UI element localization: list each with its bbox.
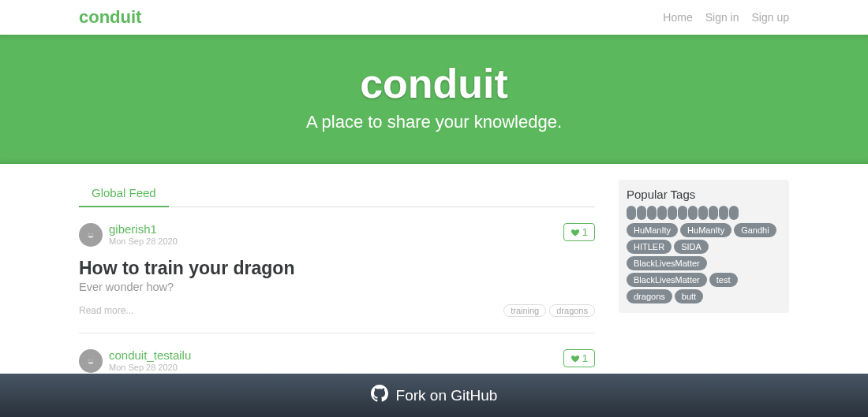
github-icon: [371, 385, 388, 406]
like-button[interactable]: 1: [563, 223, 595, 241]
tag-dot-row: [627, 206, 781, 220]
tag-pill[interactable]: Gandhi: [734, 223, 776, 237]
tag-pill[interactable]: BlackLivesMatter: [627, 273, 707, 287]
tag-dot[interactable]: [637, 206, 646, 220]
article-tag[interactable]: dragons: [549, 304, 595, 317]
article-title[interactable]: How to train your dragon: [79, 258, 595, 279]
like-count: 1: [582, 226, 588, 238]
tag-dot[interactable]: [688, 206, 698, 220]
nav-home[interactable]: Home: [663, 11, 692, 24]
tag-pill[interactable]: HITLER: [627, 240, 672, 254]
nav-signup[interactable]: Sign up: [752, 11, 789, 24]
tag-pill[interactable]: SIDA: [674, 240, 709, 254]
popular-tags-title: Popular Tags: [627, 188, 781, 201]
brand-logo[interactable]: conduit: [79, 7, 141, 28]
tag-pill[interactable]: BlackLivesMatter: [627, 256, 707, 270]
article-meta: giberish1 Mon Sep 28 2020 1: [79, 223, 595, 247]
article-date: Mon Sep 28 2020: [109, 236, 178, 247]
github-label: Fork on GitHub: [396, 387, 498, 404]
banner-title: conduit: [0, 60, 868, 107]
tag-pill[interactable]: butt: [675, 289, 703, 303]
banner-subtitle: A place to share your knowledge.: [0, 112, 868, 132]
feed-toggle: Global Feed: [79, 180, 595, 207]
tag-dot[interactable]: [698, 206, 708, 220]
article-footer: Read more... trainingdragons: [79, 304, 595, 317]
like-button[interactable]: 1: [563, 349, 595, 367]
article-tag-list: trainingdragons: [503, 304, 595, 317]
nav-links: Home Sign in Sign up: [663, 11, 789, 24]
tag-dot[interactable]: [647, 206, 657, 220]
tag-pill[interactable]: HuManIty: [680, 223, 731, 237]
tag-dot[interactable]: [627, 206, 636, 220]
author-link[interactable]: conduit_testailu: [109, 349, 191, 363]
svg-point-0: [85, 229, 97, 241]
tag-dot[interactable]: [719, 206, 728, 220]
popular-tags-box: Popular Tags HuManItyHuManItyGandhiHITLE…: [619, 180, 789, 313]
avatar[interactable]: [79, 223, 103, 247]
nav-signin[interactable]: Sign in: [705, 11, 739, 24]
tag-dot[interactable]: [709, 206, 718, 220]
like-count: 1: [582, 352, 588, 364]
tab-global-feed[interactable]: Global Feed: [79, 180, 169, 207]
tag-pill[interactable]: test: [709, 273, 738, 287]
avatar[interactable]: [79, 349, 103, 373]
article-desc: Ever wonder how?: [79, 281, 595, 293]
tag-dot[interactable]: [668, 206, 677, 220]
navbar: conduit Home Sign in Sign up: [0, 0, 868, 35]
svg-point-1: [85, 356, 97, 367]
author-link[interactable]: giberish1: [109, 223, 178, 236]
tag-dot[interactable]: [657, 206, 667, 220]
article-date: Mon Sep 28 2020: [109, 363, 191, 373]
banner: conduit A place to share your knowledge.: [0, 35, 868, 164]
article-tag[interactable]: training: [503, 304, 546, 317]
article-preview: giberish1 Mon Sep 28 2020 1 How to train…: [79, 207, 595, 333]
tag-dot[interactable]: [678, 206, 687, 220]
tag-pill[interactable]: dragons: [627, 289, 672, 303]
tag-dot[interactable]: [729, 206, 739, 220]
article-meta: conduit_testailu Mon Sep 28 2020 1: [79, 349, 595, 373]
github-bar[interactable]: Fork on GitHub: [0, 374, 868, 417]
tag-pills: HuManItyHuManItyGandhiHITLERSIDABlackLiv…: [627, 223, 781, 303]
tag-pill[interactable]: HuManIty: [627, 223, 678, 237]
read-more-link[interactable]: Read more...: [79, 305, 133, 316]
